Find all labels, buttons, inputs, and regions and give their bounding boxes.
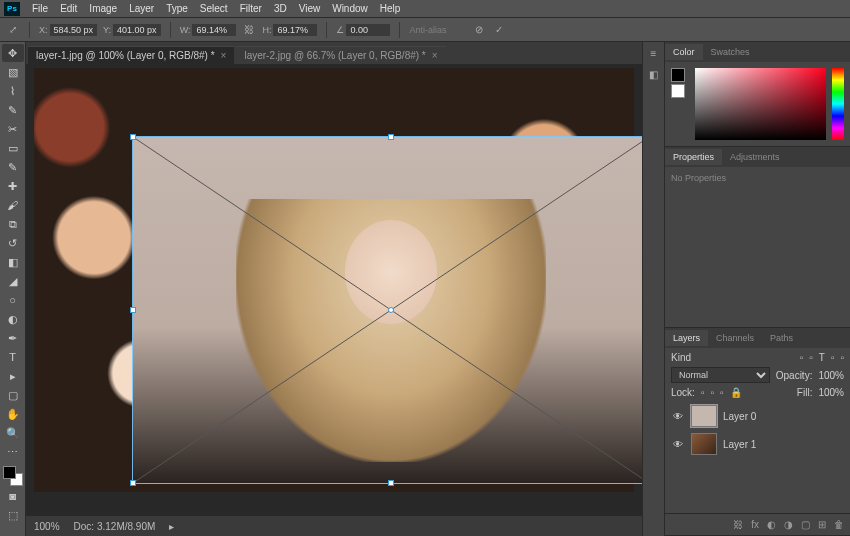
- menu-view[interactable]: View: [293, 3, 327, 14]
- hue-slider[interactable]: [832, 68, 844, 140]
- lock-icon[interactable]: ▫: [710, 387, 714, 398]
- antialias-checkbox[interactable]: Anti-alias: [409, 25, 446, 35]
- properties-tab[interactable]: Properties: [665, 149, 722, 165]
- transform-handle[interactable]: [130, 480, 136, 486]
- link-layers-icon[interactable]: ⛓: [733, 519, 743, 530]
- lock-icon[interactable]: ▫: [701, 387, 705, 398]
- h-input[interactable]: 69.17%: [273, 24, 317, 36]
- menu-help[interactable]: Help: [374, 3, 407, 14]
- bg-color-swatch[interactable]: [671, 84, 685, 98]
- y-input[interactable]: 401.00 px: [113, 24, 161, 36]
- eyedropper-tool[interactable]: ✎: [2, 158, 24, 176]
- close-tab-icon[interactable]: ×: [432, 50, 438, 61]
- cancel-transform-icon[interactable]: ⊘: [472, 23, 486, 37]
- layer-thumbnail[interactable]: [691, 405, 717, 427]
- transform-handle[interactable]: [388, 134, 394, 140]
- hand-tool[interactable]: ✋: [2, 405, 24, 423]
- brush-tool[interactable]: 🖌: [2, 196, 24, 214]
- menu-type[interactable]: Type: [160, 3, 194, 14]
- zoom-tool[interactable]: 🔍: [2, 424, 24, 442]
- swatches-tab[interactable]: Swatches: [703, 44, 758, 60]
- eraser-tool[interactable]: ◧: [2, 253, 24, 271]
- menu-image[interactable]: Image: [83, 3, 123, 14]
- dodge-tool[interactable]: ◐: [2, 310, 24, 328]
- layers-tab[interactable]: Layers: [665, 330, 708, 346]
- pen-tool[interactable]: ✒: [2, 329, 24, 347]
- angle-input[interactable]: 0.00: [346, 24, 390, 36]
- status-chevron-icon[interactable]: ▸: [169, 521, 174, 532]
- edit-toolbar-icon[interactable]: ⋯: [2, 443, 24, 461]
- screen-mode-tool[interactable]: ⬚: [2, 506, 24, 524]
- document-tab-1[interactable]: layer-1.jpg @ 100% (Layer 0, RGB/8#) *×: [28, 46, 234, 64]
- history-brush-tool[interactable]: ↺: [2, 234, 24, 252]
- paths-tab[interactable]: Paths: [762, 330, 801, 346]
- adjustment-layer-icon[interactable]: ◑: [784, 519, 793, 530]
- color-field[interactable]: [695, 68, 826, 140]
- group-icon[interactable]: ▢: [801, 519, 810, 530]
- move-tool[interactable]: ✥: [2, 44, 24, 62]
- w-input[interactable]: 69.14%: [192, 24, 236, 36]
- menu-layer[interactable]: Layer: [123, 3, 160, 14]
- lock-icon[interactable]: ▫: [720, 387, 724, 398]
- layer-mask-icon[interactable]: ◐: [767, 519, 776, 530]
- layer-fx-icon[interactable]: fx: [751, 519, 759, 530]
- layer-name[interactable]: Layer 0: [723, 411, 756, 422]
- heal-tool[interactable]: ✚: [2, 177, 24, 195]
- filter-icon[interactable]: ▫: [831, 352, 835, 363]
- fg-color-swatch[interactable]: [671, 68, 685, 82]
- stamp-tool[interactable]: ⧉: [2, 215, 24, 233]
- channels-tab[interactable]: Channels: [708, 330, 762, 346]
- color-tab[interactable]: Color: [665, 44, 703, 60]
- menu-filter[interactable]: Filter: [234, 3, 268, 14]
- lasso-tool[interactable]: ⌇: [2, 82, 24, 100]
- frame-tool[interactable]: ▭: [2, 139, 24, 157]
- menu-3d[interactable]: 3D: [268, 3, 293, 14]
- visibility-icon[interactable]: 👁: [671, 439, 685, 450]
- blur-tool[interactable]: ○: [2, 291, 24, 309]
- zoom-level[interactable]: 100%: [34, 521, 60, 532]
- blend-mode-select[interactable]: Normal: [671, 367, 770, 383]
- transform-box[interactable]: [132, 136, 642, 484]
- menu-window[interactable]: Window: [326, 3, 374, 14]
- adjustments-tab[interactable]: Adjustments: [722, 149, 788, 165]
- collapsed-panel-icon[interactable]: ◧: [649, 69, 658, 80]
- layer-thumbnail[interactable]: [691, 433, 717, 455]
- opacity-value[interactable]: 100%: [818, 370, 844, 381]
- path-select-tool[interactable]: ▸: [2, 367, 24, 385]
- transform-handle[interactable]: [388, 480, 394, 486]
- transform-handle[interactable]: [130, 307, 136, 313]
- transform-handle[interactable]: [130, 134, 136, 140]
- lock-icon[interactable]: 🔒: [730, 387, 742, 398]
- delete-layer-icon[interactable]: 🗑: [834, 519, 844, 530]
- document-tab-2[interactable]: layer-2.jpg @ 66.7% (Layer 0, RGB/8#) *×: [236, 46, 445, 64]
- quick-mask-tool[interactable]: ◙: [2, 487, 24, 505]
- layer-item[interactable]: 👁Layer 0: [671, 402, 844, 430]
- filter-icon[interactable]: ▫: [800, 352, 804, 363]
- canvas[interactable]: [26, 64, 642, 516]
- link-icon[interactable]: ⛓: [242, 23, 256, 37]
- menu-select[interactable]: Select: [194, 3, 234, 14]
- commit-transform-icon[interactable]: ✓: [492, 23, 506, 37]
- fill-value[interactable]: 100%: [818, 387, 844, 398]
- crop-tool[interactable]: ✂: [2, 120, 24, 138]
- close-tab-icon[interactable]: ×: [221, 50, 227, 61]
- filter-icon[interactable]: T: [819, 352, 825, 363]
- layer-item[interactable]: 👁Layer 1: [671, 430, 844, 458]
- collapsed-panel-icon[interactable]: ≡: [651, 48, 657, 59]
- filter-icon[interactable]: ▫: [840, 352, 844, 363]
- layer-name[interactable]: Layer 1: [723, 439, 756, 450]
- new-layer-icon[interactable]: ⊞: [818, 519, 826, 530]
- filter-icon[interactable]: ▫: [809, 352, 813, 363]
- transform-center[interactable]: [388, 307, 394, 313]
- type-tool[interactable]: T: [2, 348, 24, 366]
- menu-edit[interactable]: Edit: [54, 3, 83, 14]
- gradient-tool[interactable]: ◢: [2, 272, 24, 290]
- color-picker[interactable]: [665, 62, 850, 146]
- menu-file[interactable]: File: [26, 3, 54, 14]
- shape-tool[interactable]: ▢: [2, 386, 24, 404]
- x-input[interactable]: 584.50 px: [50, 24, 98, 36]
- marquee-tool[interactable]: ▧: [2, 63, 24, 81]
- quick-select-tool[interactable]: ✎: [2, 101, 24, 119]
- color-swatch[interactable]: [3, 466, 23, 486]
- visibility-icon[interactable]: 👁: [671, 411, 685, 422]
